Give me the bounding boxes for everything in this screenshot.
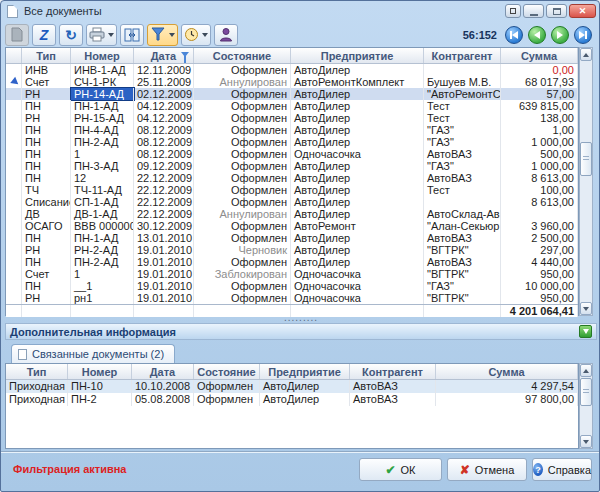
table-row[interactable]: ДВДВ-1-АД22.12.2009АннулированАвтоДилерА…	[6, 208, 578, 220]
cell-sum: 8 613,00	[501, 172, 578, 184]
table-row[interactable]: ТЧТЧ-11-АД22.12.2009ОформленАвтоДилерТес…	[6, 184, 578, 196]
column-header-Контрагент[interactable]: Контрагент	[350, 364, 436, 379]
cell-status: Оформлен	[194, 88, 291, 100]
scrollbar-thumb[interactable]	[580, 378, 592, 406]
cell-company: АвтоДилер	[291, 196, 424, 208]
table-row[interactable]: ПНПН-2-АД08.12.2009ОформленАвтоДилер"ГАЗ…	[6, 136, 578, 148]
scroll-down-button[interactable]	[580, 302, 592, 315]
edit-icon: Z	[40, 28, 49, 42]
table-row[interactable]: СчетСЧ-1-РК25.11.2009АннулированАвтоРемо…	[6, 76, 578, 88]
table-row[interactable]: ПНПН-1-АД13.01.2010ОформленАвтоДилерАвто…	[6, 232, 578, 244]
cell-type: Приходная ...	[6, 380, 68, 393]
clock-icon	[184, 27, 199, 42]
table-row[interactable]: РНРН-14-АД02.12.2009ОформленАвтоДилер"Ав…	[6, 88, 578, 100]
documents-table-scrollbar[interactable]	[579, 47, 593, 316]
cell-number: ПН-2-АД	[71, 256, 134, 268]
scroll-down-button[interactable]	[580, 435, 592, 448]
cell-company: АвтоДилер	[260, 380, 350, 393]
column-header-Сумма[interactable]: Сумма	[501, 48, 578, 63]
cell-type: ПН	[22, 256, 71, 268]
column-header-Тип[interactable]: Тип	[6, 364, 68, 379]
cell-counterparty: "ГАЗ"	[424, 280, 501, 292]
table-row[interactable]: РНрн119.01.2010ОформленОдночасочка"ВГТРК…	[6, 292, 578, 304]
table-row[interactable]: Счет119.01.2010ЗаблокированОдночасочка"В…	[6, 268, 578, 280]
cell-number: ПН-2	[68, 393, 132, 406]
row-indicator-cell	[6, 268, 22, 280]
cell-sum: 950,00	[501, 268, 578, 280]
next-record-button[interactable]	[551, 26, 569, 44]
close-button[interactable]: ✕	[569, 4, 596, 18]
previous-record-button[interactable]	[528, 26, 546, 44]
cell-number: 1	[71, 268, 134, 280]
maximize-button[interactable]	[546, 4, 567, 18]
cell-number: ПН-1-АД	[71, 100, 134, 112]
column-header-Номер[interactable]: Номер	[68, 364, 132, 379]
maximize-icon	[553, 8, 561, 15]
table-row[interactable]: РНРН-2-АД19.01.2010ЧерновикАвтоДилер"ВГТ…	[6, 244, 578, 256]
cell-company: АвтоДилер	[291, 172, 424, 184]
table-row[interactable]: ПНПН-1-АД04.12.2009ОформленАвтоДилерТест…	[6, 100, 578, 112]
table-row[interactable]: ПН__119.01.2010ОформленОдночасочка"ГАЗ"1…	[6, 280, 578, 292]
scroll-up-button[interactable]	[580, 48, 592, 61]
scroll-up-button[interactable]	[580, 364, 592, 377]
table-row[interactable]: ПН108.12.2009ОформленОдночасочкаАвтоВАЗ5…	[6, 148, 578, 160]
edit-button[interactable]: Z	[32, 24, 56, 46]
refresh-button[interactable]: ↻	[59, 24, 83, 46]
row-indicator-cell	[6, 292, 22, 304]
table-row[interactable]: ИНВИНВ-1-АД12.11.2009ОформленАвтоДилер0,…	[6, 64, 578, 76]
column-header-Дата[interactable]: Дата	[134, 48, 194, 63]
cell-type: Приходная ...	[6, 393, 68, 406]
print-button[interactable]	[86, 24, 117, 46]
column-header-Номер[interactable]: Номер	[71, 48, 134, 63]
panel-splitter[interactable]: .........	[5, 316, 597, 323]
collapse-window-button[interactable]	[505, 4, 521, 18]
columns-button[interactable]	[120, 24, 144, 46]
table-row[interactable]: Приходная ...ПН-1010.10.2008ОформленАвто…	[6, 380, 578, 393]
column-header-indicator[interactable]	[6, 48, 22, 63]
tab-linked-documents[interactable]: Связанные документы (2)	[11, 344, 175, 363]
cancel-button[interactable]: ✘ Отмена	[447, 458, 527, 481]
cell-date: 22.12.2009	[134, 184, 194, 196]
cell-status: Оформлен	[194, 256, 291, 268]
table-row[interactable]: СписаниеСП-1-АД22.12.2009ОформленАвтоДил…	[6, 196, 578, 208]
table-row[interactable]: ПНПН-2-АД19.01.2010ОформленАвтоДилерАвто…	[6, 256, 578, 268]
table-row[interactable]: ПНПН-3-АД09.12.2009ОформленАвтоДилер"ГАЗ…	[6, 160, 578, 172]
cell-sum	[501, 208, 578, 220]
row-indicator-cell	[6, 136, 22, 148]
column-header-Тип[interactable]: Тип	[22, 48, 71, 63]
scrollbar-thumb[interactable]	[580, 142, 592, 176]
last-record-button[interactable]	[574, 26, 592, 44]
first-record-button[interactable]	[505, 26, 523, 44]
cell-sum: 3 960,00	[501, 220, 578, 232]
expand-panel-button[interactable]	[579, 325, 592, 338]
table-row[interactable]: Приходная ...ПН-205.08.2008ОформленАвтоД…	[6, 393, 578, 406]
cell-sum: 10 000,00	[501, 280, 578, 292]
close-icon: ✕	[579, 6, 587, 16]
cell-type: ПН	[22, 100, 71, 112]
linked-table-scrollbar[interactable]	[579, 363, 593, 449]
cell-sum: 639 815,00	[501, 100, 578, 112]
filter-dropdown-icon	[169, 33, 175, 37]
table-row[interactable]: ПНПН-4-АД08.12.2009ОформленАвтоДилер"ГАЗ…	[6, 124, 578, 136]
cell-status: Оформлен	[194, 160, 291, 172]
column-header-Сумма[interactable]: Сумма	[436, 364, 578, 379]
column-header-Состояние[interactable]: Состояние	[194, 48, 291, 63]
filter-button[interactable]	[147, 24, 178, 46]
cell-number: ИНВ-1-АД	[71, 64, 134, 76]
column-header-Предприятие[interactable]: Предприятие	[291, 48, 424, 63]
table-row[interactable]: ОСАГОВВВ 000000012330.12.2009ОформленАвт…	[6, 220, 578, 232]
cell-status: Аннулирован	[194, 76, 291, 88]
help-button[interactable]: ? Справка	[532, 458, 592, 481]
user-button[interactable]	[214, 24, 238, 46]
table-row[interactable]: ПН1222.12.2009ОформленАвтоДилерАвтоВАЗ8 …	[6, 172, 578, 184]
cell-company: АвтоДилер	[291, 100, 424, 112]
column-header-Состояние[interactable]: Состояние	[194, 364, 260, 379]
minimize-button[interactable]	[523, 4, 544, 18]
column-header-Дата[interactable]: Дата	[132, 364, 194, 379]
cell-type: ИНВ	[22, 64, 71, 76]
history-button[interactable]	[181, 24, 211, 46]
column-header-Контрагент[interactable]: Контрагент	[424, 48, 501, 63]
ok-button[interactable]: ✔ ОК	[359, 458, 442, 481]
column-header-Предприятие[interactable]: Предприятие	[260, 364, 350, 379]
table-row[interactable]: РНРН-15-АД04.12.2009ОформленАвтоДилерТес…	[6, 112, 578, 124]
